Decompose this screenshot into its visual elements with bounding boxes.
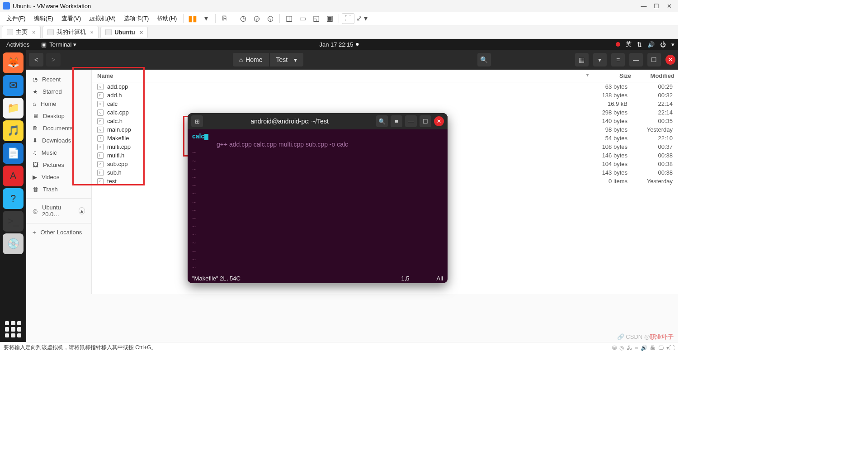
cd-icon[interactable]: ◎ (619, 345, 624, 351)
single-icon[interactable]: ▭ (296, 13, 309, 24)
show-apps-button[interactable] (5, 321, 21, 337)
back-button[interactable]: < (29, 53, 43, 66)
table-row[interactable]: cadd.cpp63 bytes00:29 (92, 82, 678, 91)
col-name[interactable]: Name (92, 70, 592, 82)
rhythmbox-icon[interactable]: 🎵 (3, 120, 24, 141)
disk-icon[interactable]: ⛁ (612, 345, 617, 351)
usb-icon[interactable]: ⎓ (635, 345, 638, 351)
tab-ubuntu[interactable]: Ubuntu× (100, 27, 148, 38)
places-item[interactable]: 🖼Pictures (26, 159, 91, 171)
search-button[interactable]: 🔍 (477, 53, 491, 66)
multi-monitor-icon[interactable]: ▣ (323, 13, 336, 24)
thunderbird-icon[interactable]: ✉ (3, 75, 24, 96)
close-icon[interactable]: × (140, 29, 143, 36)
enter-fullscreen-icon[interactable]: ⛶ (342, 13, 354, 24)
terminal-body[interactable]: calc g++ add.cpp calc.cpp multi.cpp sub.… (188, 129, 448, 273)
places-item[interactable]: 🖥Desktop (26, 110, 91, 122)
breadcrumb: ⌂Home Test▾ (233, 53, 304, 66)
places-item[interactable]: 🗑Trash (26, 183, 91, 195)
forward-button[interactable]: > (46, 53, 61, 66)
minimize-button[interactable]: — (405, 115, 417, 127)
menu-vm[interactable]: 虚拟机(M) (85, 13, 119, 24)
places-item[interactable]: ▶Videos (26, 171, 91, 183)
media-icon[interactable]: 💿 (3, 233, 24, 254)
pause-icon[interactable]: ▮▮ (186, 13, 199, 24)
printer-icon[interactable]: 🖶 (650, 345, 656, 351)
close-button[interactable]: ✕ (665, 55, 675, 65)
send-ctrl-alt-del-icon[interactable]: ⎘ (218, 13, 231, 24)
places-item[interactable]: 🗎Documents (26, 122, 91, 134)
minimize-button[interactable]: — (637, 3, 650, 9)
power-icon[interactable]: ⏻ (660, 41, 666, 48)
snapshot-icon[interactable]: ◷ (237, 13, 250, 24)
maximize-button[interactable]: ☐ (647, 53, 661, 66)
menu-tabs[interactable]: 选项卡(T) (120, 13, 153, 24)
file-size: 298 bytes (587, 109, 627, 116)
grid-view-button[interactable]: ▦ (575, 53, 589, 66)
network-icon[interactable]: ⇅ (637, 41, 642, 48)
places-mount[interactable]: ◎Ubuntu 20.0…▲ (26, 201, 91, 220)
table-row[interactable]: xcalc16.9 kB22:14 (92, 100, 678, 108)
terminal-search-button[interactable]: 🔍 (376, 115, 388, 127)
place-label: Downloads (42, 137, 71, 144)
terminal-icon[interactable]: >_ (3, 211, 24, 232)
col-modified[interactable]: Modified (633, 70, 678, 82)
close-icon[interactable]: × (32, 29, 36, 36)
clock[interactable]: Jan 17 22:15 (319, 41, 359, 48)
firefox-icon[interactable]: 🦊 (3, 52, 24, 73)
libreoffice-icon[interactable]: 📄 (3, 143, 24, 164)
new-tab-button[interactable]: ⊞ (191, 115, 203, 127)
close-button[interactable]: ✕ (663, 3, 675, 9)
places-item[interactable]: ◔Recent (26, 73, 91, 85)
terminal-menu-button[interactable]: ≡ (391, 115, 402, 127)
places-item[interactable]: ⬇Downloads (26, 134, 91, 147)
sound-icon[interactable]: 🔊 (647, 41, 655, 48)
table-row[interactable]: hadd.h138 bytes00:32 (92, 91, 678, 100)
help-icon[interactable]: ? (3, 188, 24, 209)
menu-help[interactable]: 帮助(H) (153, 13, 180, 24)
chevron-down-icon[interactable]: ▾ (671, 41, 675, 48)
display-icon[interactable]: 🖵 (658, 345, 664, 351)
menu-view[interactable]: 查看(V) (58, 13, 85, 24)
view-options-button[interactable]: ▾ (593, 53, 607, 66)
sound-icon[interactable]: 🔊 (641, 345, 647, 351)
maximize-button[interactable]: ☐ (420, 115, 431, 127)
places-item[interactable]: ♫Music (26, 147, 91, 159)
menu-edit[interactable]: 编辑(E) (30, 13, 57, 24)
software-icon[interactable]: A (3, 166, 24, 186)
stretch-icon[interactable]: ⤢ ▾ (355, 13, 368, 24)
menu-file[interactable]: 文件(F) (3, 13, 29, 24)
snapshot-manager-icon[interactable]: ◵ (264, 13, 277, 24)
status-hint: 要将输入定向到该虚拟机，请将鼠标指针移入其中或按 Ctrl+G。 (4, 344, 156, 351)
places-other[interactable]: +Other Locations (26, 226, 91, 238)
minimize-button[interactable]: — (629, 53, 643, 66)
unity-icon[interactable]: ◱ (310, 13, 322, 24)
crumb-test[interactable]: Test▾ (270, 53, 304, 66)
device-dropdown-icon[interactable]: ▾⛶ (666, 345, 675, 351)
menu-button[interactable]: ≡ (611, 53, 625, 66)
vim-command: g++ add.cpp calc.cpp multi.cpp sub.cpp -… (217, 140, 348, 148)
places-item[interactable]: ★Starred (26, 85, 91, 98)
tile-icon[interactable]: ◫ (283, 13, 295, 24)
tab-home[interactable]: 主页× (2, 26, 41, 38)
network-icon[interactable]: 🖧 (627, 345, 632, 351)
files-icon[interactable]: 📁 (3, 98, 24, 119)
maximize-button[interactable]: ☐ (650, 3, 663, 9)
places-item[interactable]: ⌂Home (26, 98, 91, 110)
col-size[interactable]: Size (592, 70, 633, 82)
power-dropdown-icon[interactable]: ▾ (200, 13, 212, 24)
place-label: Starred (42, 88, 62, 95)
eject-icon[interactable]: ▲ (79, 207, 85, 214)
dnd-icon[interactable] (616, 42, 620, 47)
close-button[interactable]: ✕ (434, 116, 444, 126)
close-icon[interactable]: × (90, 29, 94, 36)
tab-my-computer[interactable]: 我的计算机× (42, 26, 99, 38)
input-lang[interactable]: 英 (626, 40, 632, 48)
chevron-down-icon[interactable]: ▾ (294, 56, 297, 63)
vim-target: calc (192, 133, 204, 140)
terminal-appmenu[interactable]: ▣Terminal ▾ (41, 41, 76, 48)
vmware-icon (3, 2, 10, 9)
activities-button[interactable]: Activities (4, 41, 32, 48)
crumb-home[interactable]: ⌂Home (233, 53, 269, 66)
snapshot-revert-icon[interactable]: ◶ (250, 13, 263, 24)
